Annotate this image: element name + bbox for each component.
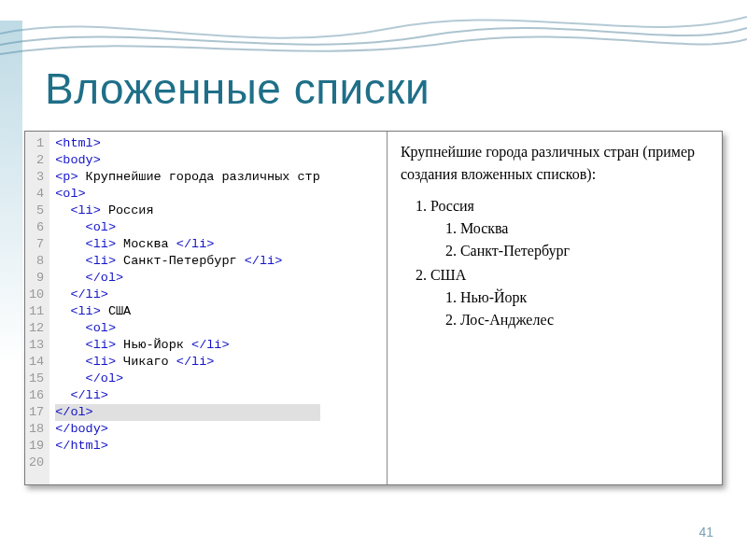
slide-title: Вложенные списки: [45, 63, 430, 114]
code-line: <p> Крупнейшие города различных стр: [55, 169, 320, 186]
code-line: <li> Санкт-Петербург </li>: [55, 253, 320, 270]
line-number: 3: [29, 169, 44, 186]
code-line: [55, 455, 320, 471]
code-line: </ol>: [55, 270, 320, 287]
line-number: 2: [29, 152, 44, 169]
list-item-label: Россия: [430, 198, 474, 214]
render-intro: Крупнейшие города различных стран (приме…: [401, 141, 709, 186]
code-line: <ol>: [55, 186, 320, 203]
line-number: 4: [29, 186, 44, 203]
line-number: 19: [29, 438, 44, 455]
line-number: 20: [29, 455, 44, 471]
nested-list: Нью-ЙоркЛос-Анджелес: [430, 287, 709, 331]
decorative-waves: [0, 0, 747, 65]
example-panel: 1234567891011121314151617181920 <html><b…: [24, 131, 723, 485]
line-number: 12: [29, 320, 44, 337]
code-line: </ol>: [55, 404, 320, 421]
list-item: Нью-Йорк: [460, 287, 709, 309]
line-number: 15: [29, 371, 44, 387]
list-item: Москва: [460, 217, 709, 240]
left-accent-bar: [0, 21, 22, 366]
line-number: 18: [29, 421, 44, 438]
code-line: <ol>: [55, 219, 320, 236]
code-line: <li> Россия: [55, 203, 320, 219]
code-editor-pane: 1234567891011121314151617181920 <html><b…: [25, 132, 388, 484]
list-item: РоссияМоскваСанкт-Петербург: [430, 195, 709, 262]
code-line: </ol>: [55, 371, 320, 387]
line-number: 10: [29, 287, 44, 303]
line-number: 11: [29, 303, 44, 320]
list-item: Санкт-Петербург: [460, 240, 709, 262]
code-line: <li> Чикаго </li>: [55, 354, 320, 371]
code-line: <body>: [55, 152, 320, 169]
line-number: 8: [29, 253, 44, 270]
code-line: </li>: [55, 287, 320, 303]
code-line: </body>: [55, 421, 320, 438]
line-number: 13: [29, 337, 44, 354]
line-number: 9: [29, 270, 44, 287]
code-line: </html>: [55, 438, 320, 455]
code-line: <li> Москва </li>: [55, 236, 320, 253]
line-number-gutter: 1234567891011121314151617181920: [25, 132, 49, 484]
line-number: 17: [29, 404, 44, 421]
code-line: </li>: [55, 387, 320, 404]
nested-list: МоскваСанкт-Петербург: [430, 217, 709, 262]
line-number: 6: [29, 219, 44, 236]
code-line: <ol>: [55, 320, 320, 337]
line-number: 14: [29, 354, 44, 371]
code-line: <li> США: [55, 303, 320, 320]
list-item: Лос-Анджелес: [460, 309, 709, 331]
code-line: <html>: [55, 135, 320, 152]
line-number: 1: [29, 135, 44, 152]
list-item: СШАНью-ЙоркЛос-Анджелес: [430, 264, 709, 331]
line-number: 7: [29, 236, 44, 253]
render-list: РоссияМоскваСанкт-ПетербургСШАНью-ЙоркЛо…: [401, 195, 709, 331]
code-content: <html><body><p> Крупнейшие города различ…: [49, 132, 326, 484]
page-number: 41: [698, 525, 713, 539]
list-item-label: США: [430, 267, 466, 283]
render-preview-pane: Крупнейшие города различных стран (приме…: [388, 132, 722, 484]
line-number: 16: [29, 387, 44, 404]
code-line: <li> Нью-Йорк </li>: [55, 337, 320, 354]
line-number: 5: [29, 203, 44, 219]
